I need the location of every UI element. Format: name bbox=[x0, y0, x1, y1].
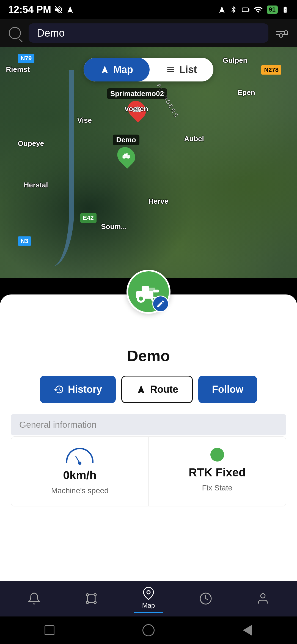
speed-gauge-icon bbox=[66, 448, 94, 464]
nav-shapes[interactable] bbox=[76, 589, 106, 608]
svg-rect-16 bbox=[142, 286, 149, 293]
clock-icon bbox=[199, 592, 212, 605]
route-label: Route bbox=[150, 384, 178, 395]
svg-rect-18 bbox=[153, 290, 159, 293]
map-button[interactable]: Map bbox=[84, 58, 150, 81]
device-name: Demo bbox=[11, 347, 286, 365]
road-n3: N3 bbox=[18, 236, 31, 246]
avatar-container bbox=[0, 294, 297, 319]
route-button[interactable]: Route bbox=[121, 376, 193, 403]
marker-sprimatdemo02-label: Sprimatdemo02 bbox=[107, 88, 167, 99]
vehicle-avatar bbox=[127, 270, 170, 314]
back-button[interactable] bbox=[239, 622, 256, 638]
action-buttons: History Route Follow bbox=[11, 376, 286, 403]
svg-point-21 bbox=[86, 601, 89, 604]
road-n79: N79 bbox=[18, 54, 34, 63]
panel-content: Demo History Route Follow General inform… bbox=[0, 319, 297, 515]
place-vise: Vise bbox=[77, 116, 92, 125]
nav-map-label: Map bbox=[142, 602, 155, 609]
wifi-icon bbox=[254, 5, 263, 14]
place-riemst: Riemst bbox=[6, 65, 30, 74]
rtk-card: RTK Fixed Fix State bbox=[149, 437, 286, 506]
nav-profile[interactable] bbox=[248, 589, 278, 608]
place-soum: Soum... bbox=[101, 222, 127, 231]
map-river bbox=[0, 70, 74, 266]
status-icons: 91 bbox=[218, 5, 289, 14]
list-label: List bbox=[179, 64, 197, 75]
nav-history[interactable] bbox=[191, 589, 221, 608]
bluetooth-icon bbox=[230, 6, 238, 13]
bottom-nav: Map bbox=[0, 581, 297, 616]
battery-percentage: 91 bbox=[267, 6, 278, 14]
route-icon bbox=[136, 384, 146, 395]
svg-point-27 bbox=[147, 591, 150, 594]
history-button[interactable]: History bbox=[40, 376, 116, 403]
list-button[interactable]: List bbox=[150, 58, 213, 81]
charging-icon bbox=[282, 5, 289, 14]
rtk-label: Fix State bbox=[202, 484, 232, 492]
place-voeren: voeren bbox=[125, 105, 148, 113]
home-button[interactable] bbox=[140, 622, 157, 638]
status-left: 12:54 PM bbox=[8, 4, 74, 15]
status-time: 12:54 PM bbox=[8, 4, 51, 15]
road-e42: E42 bbox=[80, 213, 97, 223]
map-satellite: Riemst Gulpen Epen Vise Aubel Oupeye Her… bbox=[0, 47, 297, 278]
navigation-icon bbox=[66, 6, 74, 14]
svg-point-22 bbox=[94, 601, 96, 604]
list-icon bbox=[166, 65, 175, 74]
follow-label: Follow bbox=[212, 384, 243, 395]
mute-icon bbox=[54, 5, 63, 14]
search-input-box[interactable]: Demo bbox=[29, 23, 268, 43]
place-oupeye: Oupeye bbox=[18, 139, 44, 148]
person-icon bbox=[256, 592, 270, 605]
edit-badge[interactable] bbox=[152, 296, 169, 312]
history-icon bbox=[54, 384, 64, 395]
marker-sprimatdemo02[interactable]: Sprimatdemo02 bbox=[107, 88, 167, 119]
bottom-panel: Demo History Route Follow General inform… bbox=[0, 294, 297, 644]
svg-point-13 bbox=[139, 297, 143, 301]
rtk-status-dot bbox=[210, 448, 224, 462]
map-toggle: Map List bbox=[84, 58, 213, 81]
svg-rect-0 bbox=[242, 8, 248, 12]
status-bar: 12:54 PM 91 bbox=[0, 0, 297, 19]
marker-demo-label: Demo bbox=[113, 135, 139, 145]
svg-point-20 bbox=[94, 594, 96, 596]
map-area[interactable]: Riemst Gulpen Epen Vise Aubel Oupeye Her… bbox=[0, 47, 297, 278]
speed-value: 0km/h bbox=[63, 469, 97, 482]
nav-alerts[interactable] bbox=[19, 589, 49, 608]
place-aubel: Aubel bbox=[184, 135, 204, 143]
battery-icon bbox=[241, 6, 250, 14]
place-gulpen: Gulpen bbox=[223, 56, 248, 65]
speed-label: Machine's speed bbox=[51, 486, 109, 495]
svg-point-29 bbox=[261, 594, 265, 598]
search-bar: Demo bbox=[0, 19, 297, 47]
map-label: Map bbox=[113, 64, 133, 75]
info-cards: 0km/h Machine's speed RTK Fixed Fix Stat… bbox=[11, 436, 286, 506]
search-value: Demo bbox=[37, 27, 65, 39]
bell-icon bbox=[28, 592, 41, 605]
location-icon bbox=[218, 6, 226, 14]
map-pin-nav-icon bbox=[142, 587, 155, 600]
nav-map[interactable]: Map bbox=[134, 584, 163, 613]
filter-icon[interactable] bbox=[274, 25, 290, 41]
shapes-icon bbox=[85, 592, 98, 605]
navigation-arrow-icon bbox=[100, 65, 109, 74]
road-n278: N278 bbox=[261, 65, 281, 75]
place-herve: Herve bbox=[148, 197, 168, 206]
marker-demo[interactable]: Demo bbox=[113, 135, 139, 166]
section-header: General information bbox=[11, 414, 286, 435]
recent-apps-button[interactable] bbox=[41, 622, 58, 638]
edit-icon bbox=[156, 299, 165, 308]
system-bar bbox=[0, 616, 297, 644]
rtk-value: RTK Fixed bbox=[189, 466, 246, 479]
svg-point-19 bbox=[86, 594, 89, 596]
follow-button[interactable]: Follow bbox=[198, 376, 257, 403]
history-label: History bbox=[68, 384, 102, 395]
place-epen: Epen bbox=[238, 88, 255, 97]
search-icon[interactable] bbox=[7, 25, 23, 41]
place-herstal: Herstal bbox=[24, 181, 48, 189]
speed-card: 0km/h Machine's speed bbox=[11, 437, 149, 506]
